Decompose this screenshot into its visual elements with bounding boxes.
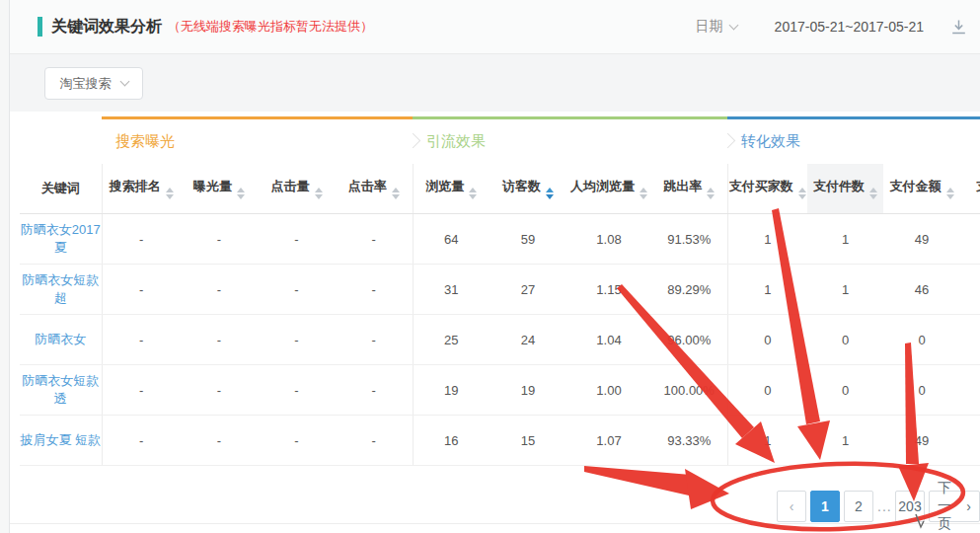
sort-icon[interactable] xyxy=(237,188,245,199)
cell: - xyxy=(102,265,181,315)
keyword-link[interactable]: 披肩女夏 短款 xyxy=(20,416,102,466)
cell: - xyxy=(336,265,413,315)
cell: 0 xyxy=(807,315,883,365)
cell: 1 xyxy=(727,416,807,466)
cell: 19 xyxy=(490,365,566,416)
column-bounce-rate[interactable]: 跳出率 xyxy=(651,164,727,214)
cell: - xyxy=(336,365,413,416)
cell: - xyxy=(181,265,258,315)
keyword-link[interactable]: 防晒衣女短款 透 xyxy=(20,365,102,416)
table-row: 防晒衣女2017夏 - - - - 64 59 1.08 91.53% 1 1 … xyxy=(20,214,980,265)
table-row: 防晒衣女 - - - - 25 24 1.04 96.00% 0 0 0 xyxy=(20,315,980,365)
cell: - xyxy=(181,365,258,416)
page-note: （无线端搜索曝光指标暂无法提供） xyxy=(168,18,373,36)
cell: - xyxy=(258,265,336,315)
cell: 1.00 xyxy=(566,365,651,416)
cell: - xyxy=(336,416,413,466)
sort-icon[interactable] xyxy=(707,188,715,199)
page-button-2[interactable]: 2 xyxy=(844,491,873,522)
cell: 1.04 xyxy=(566,315,651,365)
cell: 24 xyxy=(490,315,566,365)
group-conversion-effect: 转化效果 xyxy=(727,118,980,164)
column-exposure[interactable]: 曝光量 xyxy=(181,164,258,214)
cell xyxy=(960,416,980,466)
prev-page-button[interactable]: ‹ xyxy=(777,491,806,522)
sort-icon[interactable] xyxy=(640,188,647,199)
cell: - xyxy=(258,315,336,365)
column-pay-items[interactable]: 支付件数 xyxy=(807,164,883,214)
cell: 64 xyxy=(413,214,490,265)
column-pay-amount[interactable]: 支付金额 xyxy=(883,164,960,214)
group-label: 引流效果 xyxy=(426,132,486,149)
cell xyxy=(960,265,980,315)
sort-icon[interactable] xyxy=(392,188,400,199)
cell: 59 xyxy=(490,214,566,265)
keyword-link[interactable]: 防晒衣女短款 超 xyxy=(20,265,102,315)
next-page-button[interactable]: 下一页 › xyxy=(929,491,980,522)
cell: 89.29% xyxy=(651,265,727,315)
pagination-ellipsis: ... xyxy=(877,498,891,514)
column-search-rank[interactable]: 搜索排名 xyxy=(102,164,181,214)
page-button-1[interactable]: 1 xyxy=(810,491,840,522)
table-wrap: 搜索曝光 引流效果 转化效果 关键词 搜索排名 曝光量 点击量 点击率 浏览量 … xyxy=(20,116,980,466)
cell: 1 xyxy=(807,416,883,466)
download-icon[interactable] xyxy=(949,18,968,37)
group-traffic-effect: 引流效果 xyxy=(413,118,727,164)
annotation-arrow-left-shaft xyxy=(584,466,691,495)
cell: 25 xyxy=(413,315,490,365)
cell xyxy=(960,315,980,365)
cell: 93.33% xyxy=(651,416,727,466)
group-search-exposure: 搜索曝光 xyxy=(102,118,413,164)
cell: - xyxy=(336,315,413,365)
sort-icon[interactable] xyxy=(798,188,806,199)
chevron-down-icon xyxy=(728,21,738,31)
cell xyxy=(960,214,980,265)
sort-icon[interactable] xyxy=(946,188,954,199)
column-keyword: 关键词 xyxy=(20,164,102,214)
cell: - xyxy=(181,315,258,365)
cell: - xyxy=(102,365,181,416)
column-header-row: 关键词 搜索排名 曝光量 点击量 点击率 浏览量 访客数 人均浏览量 跳出率 支… xyxy=(20,164,980,214)
column-label: 支付金额 xyxy=(890,179,942,193)
cell: 1 xyxy=(727,214,807,265)
cell: 1.07 xyxy=(566,416,651,466)
chevron-right-icon: › xyxy=(966,498,971,514)
column-label: 浏览量 xyxy=(425,179,464,193)
page-title: 关键词效果分析 xyxy=(51,17,162,38)
column-clicks[interactable]: 点击量 xyxy=(258,164,336,214)
sort-icon[interactable] xyxy=(869,188,877,199)
column-pay-buyers[interactable]: 支付买家数 xyxy=(727,164,807,214)
keyword-link[interactable]: 防晒衣女 xyxy=(20,315,102,365)
table-row: 防晒衣女短款 透 - - - - 19 19 1.00 100.00% 0 0 … xyxy=(20,365,980,416)
column-ctr[interactable]: 点击率 xyxy=(336,164,413,214)
column-label: 跳出率 xyxy=(663,179,702,193)
cell: 0 xyxy=(883,365,960,416)
sort-icon-active[interactable] xyxy=(546,188,554,199)
sort-icon[interactable] xyxy=(315,188,323,199)
sort-icon[interactable] xyxy=(469,188,477,199)
cell: 0 xyxy=(883,315,960,365)
column-visitors[interactable]: 访客数 xyxy=(490,164,566,214)
cell: - xyxy=(102,315,181,365)
annotation-arrow-left-head xyxy=(685,469,729,509)
column-pay-conversion[interactable]: 支付转化率 xyxy=(960,164,980,214)
channel-dropdown[interactable]: 淘宝搜索 xyxy=(44,67,143,100)
column-label: 关键词 xyxy=(41,181,80,195)
cell: 0 xyxy=(807,365,883,416)
date-range-value: 2017-05-21~2017-05-21 xyxy=(775,19,924,35)
column-label: 点击率 xyxy=(348,179,387,193)
sort-icon[interactable] xyxy=(166,188,174,199)
date-filter[interactable]: 日期 xyxy=(696,18,737,36)
page-button-203[interactable]: 203 xyxy=(895,491,925,522)
cell: - xyxy=(336,214,413,265)
cell: 27 xyxy=(490,265,566,315)
next-page-label: 下一页 xyxy=(938,480,960,533)
keyword-link[interactable]: 防晒衣女2017夏 xyxy=(20,214,102,265)
cell: - xyxy=(181,214,258,265)
column-pageviews[interactable]: 浏览量 xyxy=(413,164,490,214)
column-avg-pageviews[interactable]: 人均浏览量 xyxy=(566,164,651,214)
keyword-table: 搜索曝光 引流效果 转化效果 关键词 搜索排名 曝光量 点击量 点击率 浏览量 … xyxy=(20,116,980,466)
cell xyxy=(960,365,980,416)
cell: 91.53% xyxy=(651,214,727,265)
column-label: 支付买家数 xyxy=(729,179,793,193)
